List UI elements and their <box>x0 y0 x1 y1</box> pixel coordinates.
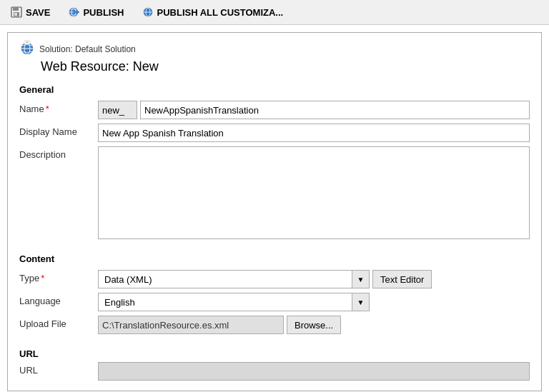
solution-text: Solution: Default Solution <box>39 44 136 54</box>
type-select[interactable]: Data (XML) ▼ <box>98 270 370 288</box>
display-name-input-wrap <box>98 124 530 142</box>
publish-label: PUBLISH <box>83 7 124 18</box>
save-icon <box>10 6 23 19</box>
toolbar: SAVE PUBLISH PUBLISH A <box>0 0 549 25</box>
url-section-header: URL <box>8 344 541 362</box>
name-input-wrap <box>98 101 530 119</box>
solution-icon <box>19 40 35 58</box>
language-select-value: English <box>99 295 352 310</box>
svg-rect-1 <box>13 7 19 11</box>
language-control-wrap: English ▼ <box>98 293 530 311</box>
description-label: Description <box>19 146 98 160</box>
content-section-header: Content <box>8 249 541 267</box>
language-row: Language English ▼ <box>19 293 530 311</box>
upload-file-row: Upload File Browse... <box>19 316 530 334</box>
svg-rect-3 <box>14 13 17 16</box>
upload-file-control-wrap: Browse... <box>98 316 530 334</box>
name-row: Name* <box>19 101 530 119</box>
language-label: Language <box>19 293 98 306</box>
svg-rect-17 <box>24 40 30 44</box>
publish-all-label: PUBLISH ALL CUSTOMIZA... <box>157 7 284 18</box>
description-textarea[interactable] <box>98 146 530 239</box>
type-control-wrap: Data (XML) ▼ Text Editor <box>98 270 530 288</box>
description-input-wrap <box>98 146 530 239</box>
general-form: Name* Display Name Description <box>8 98 541 249</box>
display-name-row: Display Name <box>19 124 530 142</box>
content-form: Type* Data (XML) ▼ Text Editor Language … <box>8 267 541 344</box>
display-name-label: Display Name <box>19 124 98 137</box>
page-title: Web Resource: New <box>41 59 530 74</box>
page-header: Solution: Default Solution Web Resource:… <box>8 33 541 80</box>
name-suffix-input[interactable] <box>140 101 530 119</box>
language-select-arrow[interactable]: ▼ <box>352 293 369 311</box>
url-label: URL <box>19 362 98 376</box>
publish-all-button[interactable]: PUBLISH ALL CUSTOMIZA... <box>139 4 287 20</box>
type-row: Type* Data (XML) ▼ Text Editor <box>19 270 530 288</box>
publish-button[interactable]: PUBLISH <box>64 4 127 20</box>
save-button[interactable]: SAVE <box>7 4 53 20</box>
page-frame: Solution: Default Solution Web Resource:… <box>7 32 542 391</box>
type-select-arrow[interactable]: ▼ <box>352 271 369 288</box>
upload-file-label: Upload File <box>19 316 98 329</box>
text-editor-button[interactable]: Text Editor <box>372 270 432 288</box>
upload-file-input[interactable] <box>98 316 284 334</box>
save-label: SAVE <box>26 7 50 18</box>
publish-icon <box>67 6 80 19</box>
general-section-header: General <box>8 80 541 98</box>
url-input[interactable] <box>98 362 530 381</box>
url-section: URL <box>8 362 541 391</box>
solution-label: Solution: Default Solution <box>19 40 530 58</box>
url-row: URL <box>19 362 530 381</box>
type-label: Type* <box>19 270 98 283</box>
display-name-input[interactable] <box>98 124 530 142</box>
url-control-wrap <box>98 362 530 381</box>
description-row: Description <box>19 146 530 239</box>
publish-all-icon <box>142 6 154 19</box>
name-prefix-input[interactable] <box>98 101 137 119</box>
language-select[interactable]: English ▼ <box>98 293 370 311</box>
name-label: Name* <box>19 101 98 114</box>
browse-button[interactable]: Browse... <box>287 316 341 334</box>
type-select-value: Data (XML) <box>99 272 352 287</box>
